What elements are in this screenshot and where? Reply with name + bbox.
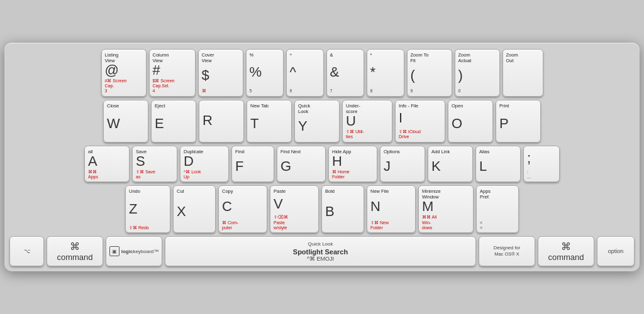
row-zxcv: Undo Z ⇧⌘ Redo Cut X Copy C ⌘ Com-puter … [9,185,635,233]
key-column-view[interactable]: ColumnView # $⌘ ScreenCap.Sel.4 [149,49,196,97]
key-quick-look[interactable]: QuickLook Y [294,100,340,143]
key-open[interactable]: Open O [448,100,493,143]
key-5[interactable]: % % 5 [246,49,284,97]
key-zoom-fit[interactable]: Zoom ToFit ( 9 [407,49,452,97]
logo-text: logickeyboard™ [121,249,159,254]
key-7[interactable]: & & 7 [326,49,364,97]
designed-text: Designed forMac OS® X [494,245,521,258]
keyboard: ListingView @ #⌘ ScreenCap.3 ColumnView … [4,43,640,272]
key-apps-pref[interactable]: AppsPref. <> [476,185,519,233]
designed-for: Designed forMac OS® X [479,236,535,266]
key-spacebar[interactable]: Quick Look Spotlight Search ^⌘ EMOJI [165,236,476,266]
key-bold[interactable]: Bold B [321,185,364,233]
key-alias[interactable]: Alias L [475,146,521,183]
row-numbers: ListingView @ #⌘ ScreenCap.3 ColumnView … [9,49,635,97]
key-close[interactable]: Close W [103,100,148,143]
spacebar-emoji: ^⌘ EMOJI [307,256,334,262]
key-hide-app[interactable]: Hide App H ⌘ HomeFolder [328,146,377,183]
key-zoom-out[interactable]: ZoomOut [502,49,543,97]
key-listing-view[interactable]: ListingView @ #⌘ ScreenCap.3 [101,49,147,97]
key-left-fn[interactable]: ⌥ [9,236,44,266]
key-save[interactable]: Save S ⇧⌘ Saveas [132,146,177,183]
key-eject[interactable]: Eject E [151,100,196,143]
key-cut[interactable]: Cut X [173,185,216,233]
logickeyboard-logo: ▣ logickeyboard™ [106,236,162,266]
row-bottom: ⌥ ⌘ command ▣ logickeyboard™ Quick Look … [9,236,635,266]
key-find[interactable]: Find F [231,146,274,183]
key-new-tab[interactable]: New Tab T [247,100,292,143]
key-new-file[interactable]: New File N ⇧⌘ NewFolder [367,185,416,233]
key-zoom-actual[interactable]: ZoomActual ) 0 [455,49,500,97]
key-right-command[interactable]: ⌘ command [538,236,594,266]
key-find-next[interactable]: Find Next G [277,146,326,183]
key-6[interactable]: ^ ^ 6 [286,49,324,97]
row-asdf: all A ⌘⌘Apps Save S ⇧⌘ Saveas Duplicate … [9,146,635,183]
key-options[interactable]: Options J [380,146,425,183]
key-add-link[interactable]: Add Link K [428,146,473,183]
key-print[interactable]: Print P [496,100,541,143]
key-undo[interactable]: Undo Z ⇧⌘ Redo [125,185,170,233]
key-copy[interactable]: Copy C ⌘ Com-puter [218,185,267,233]
key-duplicate[interactable]: Duplicate D ^⌘ LookUp [180,146,229,183]
key-r[interactable]: R [199,100,244,143]
row-qwerty: Close W Eject E R New Tab T QuickLook Y … [9,100,635,143]
key-left-command[interactable]: ⌘ command [47,236,103,266]
key-cover-view[interactable]: CoverView $ ⌘ [198,49,243,97]
key-underscore[interactable]: Under-score U ⇧⌘ Utili-ties [342,100,392,143]
key-option[interactable]: option [597,236,635,266]
key-info-file[interactable]: Info - File I ⇧⌘ iCloudDrive [395,100,445,143]
key-semicolon[interactable]: ; :... [523,146,560,183]
key-minimize[interactable]: MinimizeWindow M ⌘⌘ AllWin-dows [418,185,474,233]
logo-icon: ▣ [109,246,119,256]
key-paste[interactable]: Paste V ⇧⌫⌘Pastew/style [270,185,319,233]
spacebar-quick-look: Quick Look [308,241,333,247]
key-all[interactable]: all A ⌘⌘Apps [84,146,130,183]
spacebar-spotlight: Spotlight Search [293,248,348,256]
key-8[interactable]: * * 8 [367,49,404,97]
